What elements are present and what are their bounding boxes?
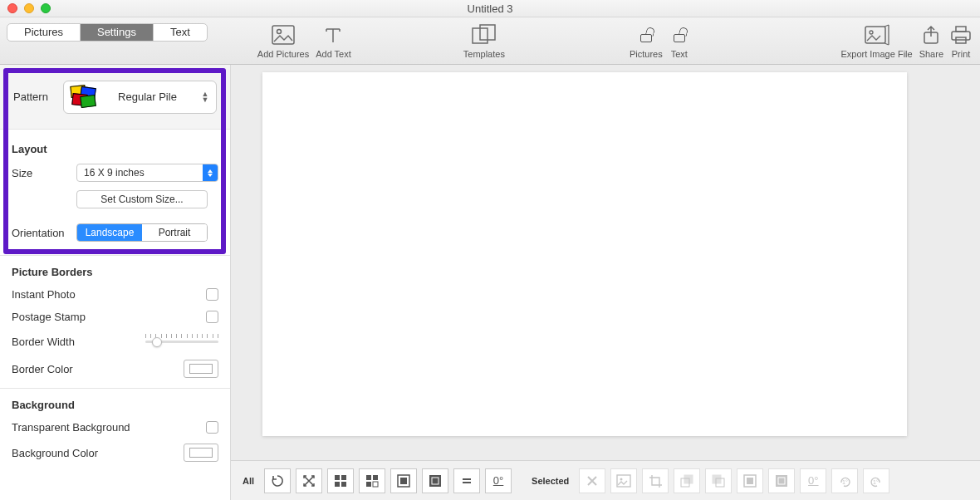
- svg-rect-16: [366, 482, 371, 487]
- refresh-button[interactable]: [264, 468, 291, 493]
- fit-icon: [742, 473, 757, 488]
- bg-color-label: Background Color: [12, 447, 98, 459]
- instant-photo-checkbox[interactable]: [206, 288, 218, 301]
- svg-rect-12: [335, 482, 340, 487]
- sel-rotate-reset-button: 0°: [800, 468, 826, 493]
- rotate-right-button: 1°: [831, 468, 858, 493]
- shuffle-button[interactable]: [296, 468, 322, 493]
- fit-button[interactable]: [390, 468, 417, 493]
- shuffle-icon: [301, 473, 316, 488]
- orientation-landscape[interactable]: Landscape: [77, 224, 142, 241]
- postage-stamp-checkbox[interactable]: [206, 311, 218, 323]
- select-arrow-icon: [203, 164, 218, 181]
- pattern-label: Pattern: [13, 91, 48, 103]
- share-button[interactable]: Share: [919, 22, 943, 59]
- selected-label: Selected: [532, 476, 569, 486]
- border-width-label: Border Width: [12, 336, 75, 348]
- templates-icon: [472, 24, 497, 46]
- orientation-portrait[interactable]: Portrait: [142, 224, 207, 241]
- all-label: All: [243, 476, 254, 486]
- size-label: Size: [12, 167, 76, 179]
- svg-rect-17: [373, 482, 378, 487]
- grid-icon: [333, 473, 348, 488]
- refresh-icon: [270, 473, 285, 488]
- close-button[interactable]: [7, 3, 17, 13]
- bring-forward-button: [674, 468, 700, 493]
- templates-button[interactable]: Templates: [463, 22, 505, 59]
- svg-rect-30: [776, 475, 787, 487]
- lock-pictures-button[interactable]: Pictures: [630, 22, 663, 59]
- minimize-button[interactable]: [24, 3, 34, 13]
- instant-photo-label: Instant Photo: [12, 288, 76, 301]
- grid3-icon: [365, 473, 380, 488]
- svg-rect-29: [747, 478, 753, 484]
- svg-rect-0: [272, 26, 294, 44]
- orientation-label: Orientation: [12, 227, 76, 239]
- svg-point-23: [620, 478, 623, 480]
- svg-point-1: [277, 30, 281, 34]
- send-backward-button: [705, 468, 732, 493]
- print-button[interactable]: Print: [950, 22, 972, 59]
- delete-button: [579, 468, 605, 493]
- svg-text:1°: 1°: [842, 479, 848, 485]
- forward-icon: [679, 473, 694, 488]
- equal-icon: [459, 473, 474, 488]
- svg-point-5: [870, 31, 873, 34]
- image-icon: [616, 474, 631, 488]
- border-color-well[interactable]: [184, 360, 218, 378]
- background-title: Background: [12, 399, 218, 411]
- tab-pictures[interactable]: Pictures: [7, 24, 81, 41]
- print-icon: [950, 25, 972, 45]
- tab-text[interactable]: Text: [154, 24, 207, 41]
- layout-title: Layout: [12, 143, 218, 155]
- image-icon: [272, 25, 295, 45]
- svg-rect-27: [713, 475, 721, 483]
- x-icon: [586, 474, 599, 488]
- lock-text-button[interactable]: Text: [671, 22, 688, 59]
- fill-button[interactable]: [422, 468, 448, 493]
- sel-fit-button: [737, 468, 763, 493]
- fill-icon: [428, 473, 443, 488]
- sel-fill-button: [768, 468, 795, 493]
- lock-open-icon: [640, 27, 652, 42]
- size-select[interactable]: 16 X 9 inches: [76, 164, 218, 182]
- rotate-reset-button[interactable]: 0°: [485, 468, 512, 493]
- svg-rect-19: [400, 478, 407, 484]
- svg-rect-25: [684, 475, 693, 483]
- equal-button[interactable]: [453, 468, 480, 493]
- pattern-dropdown[interactable]: Regular Pile ▲▼: [63, 81, 217, 114]
- add-text-button[interactable]: Add Text: [316, 22, 351, 59]
- svg-rect-7: [952, 32, 970, 40]
- export-icon: [865, 24, 889, 46]
- text-t-icon: [324, 25, 342, 45]
- tab-settings[interactable]: Settings: [81, 24, 154, 41]
- border-color-label: Border Color: [12, 363, 73, 375]
- window-title: Untitled 3: [468, 2, 513, 15]
- orientation-segmented: Landscape Portrait: [76, 223, 208, 242]
- grid-2x2-button[interactable]: [327, 468, 354, 493]
- zoom-button[interactable]: [41, 3, 51, 13]
- bg-color-well[interactable]: [184, 444, 218, 462]
- transparent-bg-label: Transparent Background: [12, 421, 130, 434]
- rotate-left-button: 1°: [863, 468, 889, 493]
- lock-open-icon: [674, 27, 685, 42]
- rotate-left-icon: 1°: [869, 473, 884, 488]
- transparent-bg-checkbox[interactable]: [206, 421, 218, 434]
- export-button[interactable]: Export Image File: [840, 22, 912, 59]
- pile-icon: [71, 86, 96, 109]
- svg-text:1°: 1°: [873, 479, 879, 485]
- svg-rect-4: [865, 27, 885, 43]
- svg-rect-8: [956, 27, 966, 32]
- fit-icon: [396, 473, 411, 488]
- rotate-right-icon: 1°: [837, 473, 852, 488]
- share-icon: [922, 25, 940, 45]
- svg-rect-14: [366, 475, 371, 480]
- canvas[interactable]: [262, 72, 907, 436]
- svg-rect-15: [373, 475, 378, 480]
- borders-title: Picture Borders: [12, 266, 218, 278]
- add-pictures-button[interactable]: Add Pictures: [257, 22, 309, 59]
- custom-size-button[interactable]: Set Custom Size...: [76, 190, 208, 208]
- border-width-slider[interactable]: [145, 333, 218, 350]
- grid-3-button[interactable]: [359, 468, 385, 493]
- sidebar-tabs: Pictures Settings Text: [7, 23, 208, 42]
